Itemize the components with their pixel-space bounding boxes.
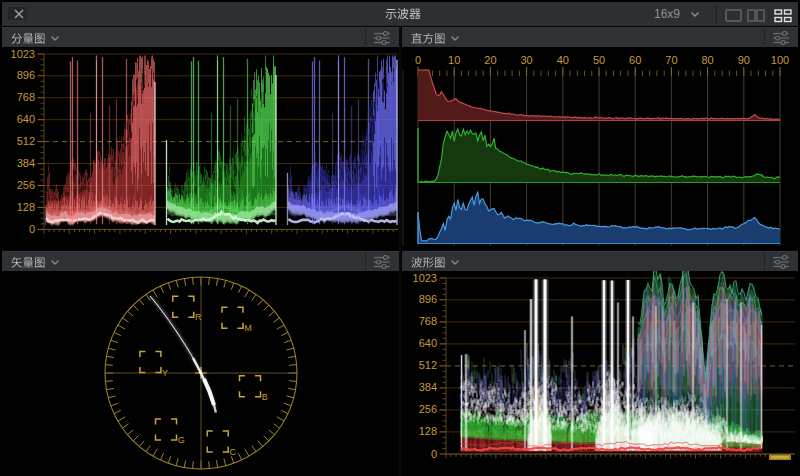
svg-text:M: M <box>244 323 252 333</box>
svg-text:0: 0 <box>415 54 421 66</box>
svg-text:512: 512 <box>17 135 35 147</box>
svg-text:384: 384 <box>419 381 437 393</box>
svg-text:1023: 1023 <box>413 272 437 284</box>
svg-text:Y: Y <box>162 368 168 378</box>
svg-text:C: C <box>229 447 236 457</box>
svg-text:896: 896 <box>419 293 437 305</box>
svg-text:128: 128 <box>419 425 437 437</box>
svg-text:0: 0 <box>431 448 437 460</box>
svg-text:B: B <box>262 392 268 402</box>
svg-text:256: 256 <box>419 403 437 415</box>
svg-text:128: 128 <box>17 201 35 213</box>
svg-text:256: 256 <box>17 179 35 191</box>
svg-text:R: R <box>195 312 202 322</box>
svg-text:20: 20 <box>484 54 496 66</box>
svg-text:768: 768 <box>419 315 437 327</box>
svg-text:0: 0 <box>29 223 35 235</box>
svg-text:60: 60 <box>629 54 641 66</box>
svg-text:80: 80 <box>701 54 713 66</box>
svg-text:90: 90 <box>738 54 750 66</box>
svg-text:70: 70 <box>665 54 677 66</box>
svg-text:640: 640 <box>17 113 35 125</box>
svg-text:G: G <box>178 435 185 445</box>
svg-text:50: 50 <box>593 54 605 66</box>
svg-text:512: 512 <box>419 359 437 371</box>
svg-text:1023: 1023 <box>11 48 35 60</box>
svg-text:10: 10 <box>448 54 460 66</box>
svg-text:30: 30 <box>520 54 532 66</box>
svg-text:640: 640 <box>419 337 437 349</box>
svg-text:384: 384 <box>17 157 35 169</box>
svg-text:40: 40 <box>557 54 569 66</box>
svg-text:896: 896 <box>17 69 35 81</box>
svg-text:100: 100 <box>771 54 789 66</box>
svg-text:768: 768 <box>17 91 35 103</box>
